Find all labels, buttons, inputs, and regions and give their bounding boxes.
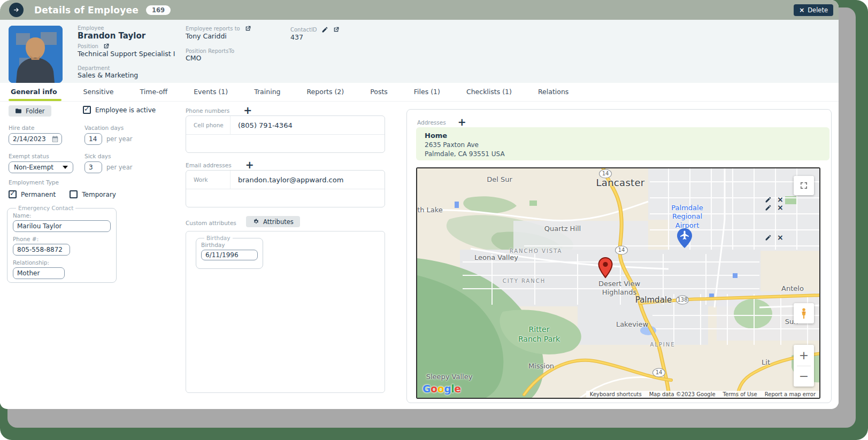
email-addresses-label: Email addresses	[186, 162, 232, 168]
map-place-label: Sleepy Valley	[426, 373, 473, 381]
emergency-contact-fieldset: Emergency Contact Name: Phone #: Relatio…	[7, 205, 117, 283]
delete-x-icon[interactable]: ×	[777, 234, 783, 241]
address-line2: Palmdale, CA 93551 USA	[425, 150, 821, 158]
exempt-status-value: Non-Exempt	[14, 164, 53, 171]
tab-general-info[interactable]: General info	[11, 83, 57, 101]
titlebar: Details of Employee 169 × Delete	[0, 0, 839, 20]
ec-relationship-label: Relationship:	[13, 259, 111, 266]
google-logo[interactable]: Google	[423, 383, 461, 395]
tab-checklists-1[interactable]: Checklists (1)	[466, 83, 512, 101]
tab-reports-2[interactable]: Reports (2)	[307, 83, 344, 101]
gear-icon	[252, 218, 259, 225]
edit-pencil-icon[interactable]	[321, 26, 328, 33]
permanent-label: Permanent	[21, 191, 56, 198]
tab-events-1[interactable]: Events (1)	[194, 83, 228, 101]
vacation-days-input[interactable]	[85, 133, 102, 145]
zoom-in-button[interactable]: +	[794, 345, 814, 366]
address-item-home[interactable]: Home 2635 Paxton Ave Palmdale, CA 93551 …	[416, 127, 829, 160]
pegman-control[interactable]	[794, 303, 814, 323]
avatar-photo	[9, 26, 63, 83]
fullscreen-button[interactable]	[794, 176, 814, 195]
phone-row[interactable]: Cell phone (805) 791-4364	[186, 116, 385, 134]
delete-button[interactable]: × Delete	[794, 4, 833, 16]
reports-to-open-icon[interactable]	[244, 25, 251, 32]
edit-pencil-icon[interactable]	[765, 234, 772, 241]
add-email-button[interactable]: +	[245, 160, 254, 170]
vacation-per-year: per year	[106, 135, 132, 143]
tab-files-1[interactable]: Files (1)	[414, 83, 440, 101]
contact-open-icon[interactable]	[333, 26, 340, 33]
tab-time-off[interactable]: Time-off	[140, 83, 168, 101]
map-attribution-link[interactable]: Terms of Use	[719, 391, 761, 398]
tab-posts[interactable]: Posts	[370, 83, 388, 101]
sick-days-group: Sick days per year	[85, 153, 132, 173]
birthday-legend: Birthday	[204, 235, 233, 241]
map-place-label: Lit	[762, 358, 770, 367]
reports-to-value: Tony Cariddi	[186, 32, 251, 40]
delete-x-icon[interactable]: ×	[777, 196, 783, 203]
folder-button[interactable]: Folder	[9, 105, 51, 117]
map-attribution-link[interactable]: Keyboard shortcuts	[586, 391, 646, 398]
location-pin-icon	[598, 257, 613, 281]
page-title: Details of Employee	[34, 5, 139, 16]
forward-arrow-button[interactable]	[9, 3, 24, 17]
permanent-row: ✓ Permanent	[9, 190, 56, 198]
employee-active-checkbox[interactable]: ✓	[83, 106, 91, 114]
phone-numbers-label: Phone numbers	[186, 107, 229, 114]
delete-x-icon[interactable]: ×	[777, 204, 783, 211]
position-open-icon[interactable]	[103, 43, 110, 50]
vacation-days-label: Vacation days	[85, 125, 132, 131]
addresses-label: Addresses	[417, 119, 446, 126]
exempt-status-select[interactable]: Non-Exempt	[9, 161, 73, 173]
custom-attributes-label: Custom attributes	[186, 220, 236, 226]
edit-pencil-icon[interactable]	[765, 204, 772, 211]
map[interactable]: Del SurLancasterth LakeQuartz HillRANCHO…	[416, 167, 820, 399]
email-addresses-table: Work brandon.taylor@appward.com	[186, 170, 385, 207]
phone-type: Cell phone	[186, 116, 231, 134]
phone-row-empty[interactable]	[186, 134, 385, 152]
add-phone-button[interactable]: +	[243, 105, 252, 115]
temporary-checkbox[interactable]	[70, 190, 78, 198]
ec-phone-input[interactable]	[13, 244, 70, 256]
birthday-input[interactable]	[201, 250, 258, 260]
department-value: Sales & Marketing	[78, 71, 138, 79]
employee-name-group: Employee Brandon Taylor	[78, 25, 145, 41]
department-label: Department	[78, 65, 138, 71]
tab-sensitive[interactable]: Sensitive	[83, 83, 114, 101]
hire-date-label: Hire date	[9, 125, 62, 131]
map-place-label: Desert View Highlands	[598, 280, 640, 297]
email-row-empty[interactable]	[186, 189, 385, 207]
employment-type-group: Employment Type ✓ Permanent Temporary	[9, 179, 116, 198]
ec-phone-label: Phone #:	[13, 236, 111, 242]
map-labels: Del SurLancasterth LakeQuartz HillRANCHO…	[417, 168, 819, 398]
edit-pencil-icon[interactable]	[765, 196, 772, 203]
ec-name-input[interactable]	[13, 220, 111, 232]
general-info-panel: Folder ✓ Employee is active Hire date Va…	[0, 102, 839, 409]
reports-to-label: Employee reports to	[186, 26, 240, 32]
emergency-contact-legend: Emergency Contact	[16, 205, 75, 211]
map-attribution-link[interactable]: Report a map error	[761, 391, 819, 398]
email-row[interactable]: Work brandon.taylor@appward.com	[186, 171, 385, 189]
highway-shield: 138	[676, 296, 689, 305]
hire-date-group: Hire date	[9, 125, 62, 145]
map-attribution-text: Map data ©2023 Google	[646, 391, 719, 398]
map-place-label: Antelo	[781, 284, 804, 293]
phone-value: (805) 791-4364	[231, 121, 385, 129]
permanent-checkbox[interactable]: ✓	[9, 190, 17, 198]
exempt-status-label: Exempt status	[9, 153, 73, 159]
highway-shield: 14	[599, 169, 612, 179]
app-window: Details of Employee 169 × Delete	[0, 0, 839, 409]
attributes-button[interactable]: Attributes	[246, 216, 300, 227]
tab-relations[interactable]: Relations	[538, 83, 569, 101]
tab-training[interactable]: Training	[254, 83, 280, 101]
birthday-fieldset: Birthday Birthday	[196, 235, 263, 269]
employment-type-label: Employment Type	[9, 179, 116, 186]
calendar-icon[interactable]	[51, 135, 59, 143]
custom-attributes-card: Birthday Birthday	[186, 231, 385, 393]
ec-relationship-input[interactable]	[13, 267, 65, 279]
map-place-label: Del Sur	[487, 175, 512, 184]
sick-days-input[interactable]	[85, 161, 102, 173]
position-reports-to-group: Position ReportsTo CMO	[186, 48, 234, 62]
zoom-out-button[interactable]: −	[794, 366, 814, 387]
add-address-button[interactable]: +	[458, 117, 466, 127]
